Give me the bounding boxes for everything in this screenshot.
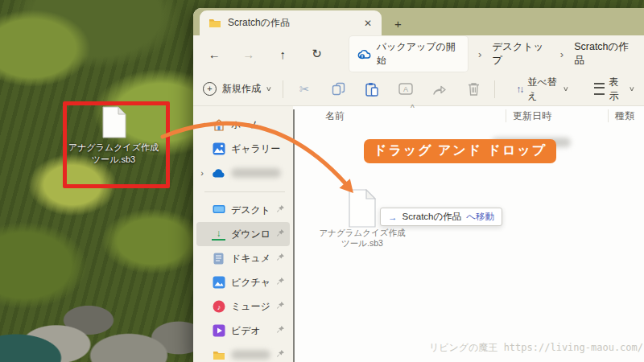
move-to-tooltip: → Scratchの作品 へ移動	[380, 208, 502, 226]
column-divider[interactable]	[506, 109, 506, 122]
close-icon[interactable]: ✕	[362, 18, 374, 29]
pin-icon	[276, 325, 285, 336]
pin-icon	[276, 204, 285, 216]
gallery-icon	[212, 142, 225, 156]
navigation-pane: ホーム ギャラリー ›	[193, 106, 293, 362]
folder-icon	[212, 348, 225, 362]
sidebar-item-label: ミュージック	[231, 300, 270, 314]
plus-circle-icon: +	[203, 82, 217, 96]
sidebar-scrollbar[interactable]	[293, 109, 295, 362]
up-button[interactable]: ↑	[271, 47, 294, 61]
blurred-folder-name	[231, 350, 270, 360]
sidebar-item-documents[interactable]: ドキュメント	[196, 246, 290, 270]
sidebar-item-music[interactable]: ♪ ミュージック	[196, 294, 290, 319]
toolbar-divider	[283, 80, 283, 98]
paste-button[interactable]	[364, 81, 380, 97]
desktop-icon	[212, 204, 225, 217]
view-label: 表示	[609, 76, 625, 103]
view-button[interactable]: 表示 ∨	[594, 76, 634, 103]
breadcrumb-desktop[interactable]: デスクトップ	[492, 40, 550, 68]
download-icon: ↓	[212, 228, 225, 241]
dragged-file-name: アナグラムクイズ作成 ツール.sb3	[310, 228, 415, 249]
chevron-down-icon: ∨	[563, 85, 569, 93]
sidebar-separator	[204, 191, 285, 192]
folder-icon	[208, 16, 221, 30]
delete-button[interactable]	[465, 81, 481, 97]
new-tab-button[interactable]: +	[394, 18, 402, 30]
copy-button[interactable]	[330, 81, 346, 97]
forward-button[interactable]: →	[237, 47, 259, 61]
music-icon: ♪	[212, 300, 225, 314]
toolbar-divider	[494, 80, 495, 98]
sort-button[interactable]: ↑↓ 並べ替え ∨	[516, 76, 568, 103]
onedrive-icon	[212, 167, 225, 180]
cut-button[interactable]: ✂	[296, 81, 312, 97]
command-toolbar: + 新規作成 ∨ ✂ A	[193, 72, 644, 106]
highlight-rectangle	[63, 101, 170, 188]
column-header-name[interactable]: 名前	[325, 109, 506, 123]
pin-icon	[276, 253, 285, 264]
pin-icon	[276, 301, 285, 312]
sidebar-item-label: ギャラリー	[231, 142, 280, 156]
sidebar-item-label: ダウンロード	[231, 228, 270, 241]
sidebar-item-videos[interactable]: ビデオ	[196, 319, 290, 343]
new-item-label: 新規作成	[222, 82, 261, 96]
dragged-file-icon[interactable]	[349, 189, 376, 231]
home-icon	[212, 118, 225, 132]
sidebar-item-desktop[interactable]: デスクトップ	[196, 198, 290, 222]
sort-label: 並べ替え	[527, 76, 559, 103]
sort-arrows-icon: ↑↓	[516, 84, 522, 95]
sidebar-item-label: デスクトップ	[231, 204, 270, 217]
watermark: リビングの魔王 https://living-maou.com/	[429, 341, 643, 355]
move-arrow-icon: →	[388, 212, 398, 222]
document-icon	[212, 252, 225, 265]
sidebar-item-label: ドキュメント	[231, 252, 270, 265]
svg-text:♪: ♪	[217, 303, 221, 311]
share-button[interactable]	[431, 81, 448, 97]
videos-icon	[212, 324, 225, 338]
column-header-date[interactable]: 更新日時	[513, 109, 608, 123]
new-item-button[interactable]: + 新規作成 ∨	[203, 82, 273, 96]
sidebar-item-gallery[interactable]: ギャラリー	[196, 137, 290, 161]
pin-icon	[276, 228, 285, 240]
pin-icon	[276, 349, 285, 360]
drag-and-drop-badge: ドラッグ アンド ドロップ	[364, 139, 556, 163]
chevron-down-icon: ∨	[629, 85, 635, 93]
sidebar-item-pictures[interactable]: ピクチャ	[196, 270, 290, 294]
pin-icon	[276, 277, 285, 288]
column-headers: 名前 ^ 更新日時 種類	[293, 106, 644, 125]
breadcrumb-separator: ›	[478, 48, 481, 60]
sidebar-item-label: ピクチャ	[231, 276, 270, 290]
chevron-down-icon: ∨	[266, 85, 272, 93]
rename-button[interactable]: A	[398, 81, 414, 97]
back-button[interactable]: ←	[203, 47, 225, 61]
sidebar-item-home[interactable]: ホーム	[196, 113, 290, 137]
desktop-wallpaper: Scratchの作品 ✕ + ← → ↑ ↻ バックアップの開始 › デスクトッ…	[0, 0, 644, 362]
breadcrumb: › デスクトップ › Scratchの作品	[478, 40, 634, 68]
svg-text:A: A	[403, 85, 408, 93]
onedrive-cloud-icon	[357, 47, 371, 61]
navigation-bar: ← → ↑ ↻ バックアップの開始 › デスクトップ › Scratchの作品	[193, 35, 644, 72]
breadcrumb-separator: ›	[560, 48, 564, 60]
backup-button-label: バックアップの開始	[377, 40, 460, 68]
sidebar-item-onedrive[interactable]: ›	[196, 161, 290, 185]
column-header-type[interactable]: 種類	[615, 109, 634, 123]
sidebar-item-label: ホーム	[231, 118, 261, 132]
sidebar-item-label: ビデオ	[231, 324, 261, 338]
refresh-button[interactable]: ↻	[305, 47, 328, 61]
tab-bar: Scratchの作品 ✕ +	[193, 8, 644, 35]
tab-scratch-folder[interactable]: Scratchの作品 ✕	[200, 10, 382, 35]
column-divider[interactable]	[608, 109, 609, 122]
expander-chevron-icon[interactable]: ›	[198, 168, 206, 178]
sidebar-item-folder[interactable]	[196, 343, 290, 362]
file-explorer-window: Scratchの作品 ✕ + ← → ↑ ↻ バックアップの開始 › デスクトッ…	[193, 8, 644, 362]
breadcrumb-scratch-folder[interactable]: Scratchの作品	[574, 40, 634, 68]
sidebar-item-downloads[interactable]: ↓ ダウンロード	[196, 222, 290, 246]
onedrive-backup-button[interactable]: バックアップの開始	[349, 36, 468, 72]
pictures-icon	[212, 276, 225, 290]
blurred-onedrive-name	[231, 168, 281, 178]
sort-ascending-icon: ^	[411, 104, 415, 113]
tab-title: Scratchの作品	[228, 16, 356, 30]
view-lines-icon	[594, 83, 604, 95]
